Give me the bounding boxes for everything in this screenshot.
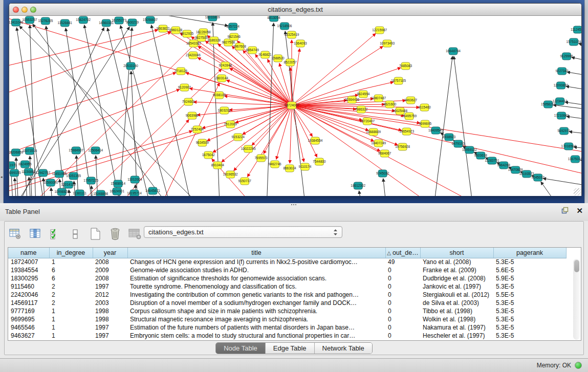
column-header-out_de[interactable]: △out_de… [385,248,420,258]
table-cell[interactable]: Stergiakouli et al. (2012) [420,291,493,299]
table-options-button[interactable] [9,227,22,240]
table-cell[interactable]: 9699695 [8,315,49,323]
column-header-short[interactable]: short [420,248,493,258]
table-row[interactable]: 911546021997Tourette syndrome. Phenomeno… [8,282,566,291]
delete-columns-button[interactable] [108,227,122,240]
table-cell[interactable]: 5.6E-5 [493,266,566,274]
table-cell[interactable]: 0 [385,315,420,323]
table-row[interactable]: 1456911722003Disruption of a novel membe… [8,299,566,307]
table-cell[interactable]: 5.3E-5 [493,323,566,332]
table-cell[interactable]: 1998 [93,315,127,323]
table-cell[interactable]: 5.3E-5 [493,299,566,307]
table-cell[interactable]: 2 [49,291,93,299]
left-panel-splitter[interactable]: ◂ [0,0,4,203]
table-cell[interactable]: 5.9E-5 [493,274,566,282]
table-cell[interactable]: Yano et al. (2008) [420,258,493,266]
table-cell[interactable]: 5.3E-5 [493,307,566,315]
table-cell[interactable]: 2012 [93,291,127,299]
table-cell[interactable]: 5.5E-5 [493,291,566,299]
table-cell[interactable]: 2009 [93,266,127,274]
table-cell[interactable]: 1 [49,323,93,332]
right-panel-splitter[interactable] [584,0,588,203]
table-cell[interactable]: 9777169 [8,307,49,315]
table-cell[interactable]: Franke et al. (2009) [420,266,493,274]
table-cell[interactable]: 5.3E-5 [493,282,566,291]
table-cell[interactable]: 22420046 [8,291,49,299]
show-columns-button[interactable] [29,227,42,240]
table-cell[interactable]: 18724007 [8,258,49,266]
table-cell[interactable]: 0 [385,282,420,291]
select-all-columns-button[interactable] [49,227,62,240]
table-cell[interactable]: de Silva et al. (2003) [420,299,493,307]
table-scrollbar[interactable] [573,259,580,340]
table-cell[interactable]: 0 [385,299,420,307]
table-cell[interactable]: 9115460 [8,282,49,291]
table-row[interactable]: 977716911998Corpus callosum shape and si… [8,307,566,315]
network-graph[interactable]: 1872400796638228960128891293518226058982… [9,16,581,196]
table-cell[interactable]: 2003 [93,299,127,307]
table-row[interactable]: 2242004622012Investigating the contribut… [8,291,566,299]
table-cell[interactable]: Embryonic stem cells: a model to study s… [127,332,385,340]
close-panel-icon[interactable]: ✕ [576,207,583,214]
table-cell[interactable]: Corpus callosum shape and size in male p… [127,307,385,315]
table-cell[interactable]: 1998 [93,307,127,315]
table-row[interactable]: 1938455462009Genome-wide association stu… [8,266,566,274]
table-cell[interactable]: 0 [385,323,420,332]
table-cell[interactable]: Structural magnetic resonance image aver… [127,315,385,323]
table-row[interactable]: 1872400712008Changes of HCN gene express… [8,258,566,266]
table-cell[interactable]: 1 [49,315,93,323]
table-row[interactable]: 969969511998Structural magnetic resonanc… [8,315,566,323]
table-cell[interactable]: 9463627 [8,332,49,340]
panel-splitter-handle[interactable] [291,204,297,206]
table-cell[interactable]: 14569117 [8,299,49,307]
table-cell[interactable]: Genome-wide association studies in ADHD. [127,266,385,274]
column-header-pagerank[interactable]: pagerank [493,248,566,258]
table-cell[interactable]: 2 [49,282,93,291]
table-cell[interactable]: 1997 [93,323,127,332]
window-resize-grip[interactable] [574,188,581,195]
tab-edge-table[interactable]: Edge Table [266,343,315,354]
table-cell[interactable]: 0 [385,307,420,315]
table-cell[interactable]: Tourette syndrome. Phenomenology and cla… [127,282,385,291]
table-cell[interactable]: Changes of HCN gene expression and I(f) … [127,258,385,266]
table-cell[interactable]: Estimation of significance thresholds fo… [127,274,385,282]
table-row[interactable]: 1830029562008Estimation of significance … [8,274,566,282]
table-cell[interactable]: 5.3E-5 [493,332,566,340]
table-cell[interactable]: Investigating the contribution of common… [127,291,385,299]
tab-node-table[interactable]: Node Table [216,343,266,354]
column-header-name[interactable]: name [8,248,49,258]
table-cell[interactable]: Estimation of the future numbers of pati… [127,323,385,332]
table-cell[interactable]: 6 [49,266,93,274]
table-cell[interactable]: 0 [385,274,420,282]
table-cell[interactable]: 2008 [93,258,127,266]
table-cell[interactable]: 1 [49,307,93,315]
network-canvas[interactable]: 1872400796638228960128891293518226058982… [9,16,581,196]
table-cell[interactable]: 5.3E-5 [493,258,566,266]
network-window-titlebar[interactable]: citations_edges.txt [9,4,581,16]
table-cell[interactable]: 1997 [93,332,127,340]
table-cell[interactable]: Nakamura et al. (1997) [420,323,493,332]
table-row[interactable]: 946554611997Estimation of the future num… [8,323,566,332]
table-cell[interactable]: Hescheler et al. (1997) [420,332,493,340]
table-cell[interactable]: 19384554 [8,266,49,274]
splitter-collapse-arrow-icon[interactable]: ◂ [1,175,3,179]
table-cell[interactable]: 1 [49,332,93,340]
tab-network-table[interactable]: Network Table [315,343,372,354]
table-cell[interactable]: Wolkin et al. (1998) [420,315,493,323]
table-cell[interactable]: 5.3E-5 [493,315,566,323]
table-cell[interactable]: 49 [385,258,420,266]
table-selector-dropdown[interactable]: citations_edges.txt [144,226,342,238]
table-cell[interactable]: 1997 [93,282,127,291]
table-cell[interactable]: 0 [385,266,420,274]
table-cell[interactable]: 2 [49,299,93,307]
table-cell[interactable]: 1 [49,258,93,266]
float-panel-icon[interactable] [561,206,569,214]
table-cell[interactable]: 0 [385,332,420,340]
table-cell[interactable]: Tibbo et al. (1998) [420,307,493,315]
unselect-all-columns-button[interactable] [69,227,82,240]
column-header-year[interactable]: year [93,248,127,258]
table-row[interactable]: 946362711997Embryonic stem cells: a mode… [8,332,566,340]
table-cell[interactable]: Dudbridge et al. (2008) [420,274,493,282]
table-scrollbar-thumb[interactable] [574,260,579,272]
memory-ok-indicator-icon[interactable] [575,362,582,369]
